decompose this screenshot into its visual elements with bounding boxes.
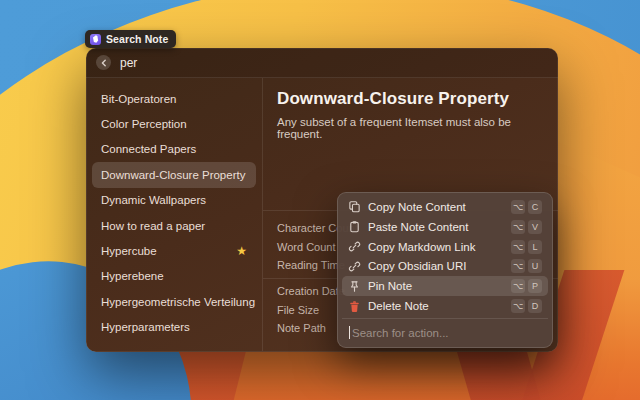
note-list-item[interactable]: How to read a paper: [92, 213, 256, 238]
shortcut-keys: ⌥ P: [511, 279, 542, 293]
menu-item-copy-obsidian-uri[interactable]: Copy Obsidian URI ⌥ U: [342, 256, 548, 276]
letter-key: D: [528, 299, 542, 313]
trash-icon: [348, 300, 361, 313]
menu-item-copy-note-content[interactable]: Copy Note Content ⌥ C: [342, 197, 548, 217]
shortcut-keys: ⌥ L: [511, 240, 542, 254]
star-icon: ★: [236, 245, 247, 257]
note-list-item[interactable]: Bit-Operatoren: [92, 86, 256, 111]
note-summary: Any subset of a frequent Itemset must al…: [277, 116, 544, 140]
note-item-label: Hypergeometrische Verteilung: [101, 296, 255, 308]
modifier-key: ⌥: [511, 279, 525, 293]
modifier-key: ⌥: [511, 220, 525, 234]
action-menu: Copy Note Content ⌥ C Paste Note Content…: [337, 192, 553, 348]
shortcut-keys: ⌥ D: [511, 299, 542, 313]
note-list: Bit-Operatoren Color Perception Connecte…: [86, 78, 262, 351]
shortcut-keys: ⌥ U: [511, 259, 542, 273]
note-list-item[interactable]: Hyperparameters: [92, 315, 256, 340]
text-cursor: [349, 326, 350, 339]
note-item-label: Connected Papers: [101, 143, 196, 155]
desktop-wallpaper: Search Note per Bit-Operatoren Color Per…: [0, 0, 640, 400]
letter-key: L: [528, 240, 542, 254]
note-item-label: Downward-Closure Property: [101, 169, 245, 181]
note-list-item[interactable]: Hyperebene: [92, 264, 256, 289]
menu-item-pin-note[interactable]: Pin Note ⌥ P: [342, 276, 548, 296]
menu-item-copy-markdown-link[interactable]: Copy Markdown Link ⌥ L: [342, 237, 548, 257]
search-bar: per: [86, 48, 558, 78]
note-list-item-selected[interactable]: Downward-Closure Property: [92, 162, 256, 187]
note-item-label: Hypercube: [101, 245, 157, 257]
shortcut-keys: ⌥ C: [511, 200, 542, 214]
copy-icon: [348, 200, 361, 213]
clipboard-icon: [348, 220, 361, 233]
letter-key: U: [528, 259, 542, 273]
modifier-key: ⌥: [511, 200, 525, 214]
note-list-item[interactable]: Dynamic Wallpapers: [92, 188, 256, 213]
note-list-item[interactable]: Hypercube★: [92, 238, 256, 263]
note-item-label: Hyperparameters: [101, 321, 190, 333]
chevron-left-icon: [100, 59, 108, 67]
obsidian-logo-icon: [90, 34, 101, 45]
menu-item-label: Paste Note Content: [368, 221, 468, 233]
modifier-key: ⌥: [511, 299, 525, 313]
menu-item-label: Copy Obsidian URI: [368, 260, 466, 272]
menu-item-label: Copy Note Content: [368, 201, 466, 213]
modifier-key: ⌥: [511, 240, 525, 254]
pin-icon: [348, 280, 361, 293]
modifier-key: ⌥: [511, 259, 525, 273]
action-search-placeholder: Search for action...: [352, 327, 449, 339]
search-input[interactable]: per: [120, 56, 137, 70]
menu-item-delete-note[interactable]: Delete Note ⌥ D: [342, 296, 548, 316]
note-item-label: Dynamic Wallpapers: [101, 194, 206, 206]
back-button[interactable]: [96, 55, 111, 70]
letter-key: V: [528, 220, 542, 234]
menu-item-label: Copy Markdown Link: [368, 241, 475, 253]
menu-item-paste-note-content[interactable]: Paste Note Content ⌥ V: [342, 217, 548, 237]
note-list-item[interactable]: Connected Papers: [92, 137, 256, 162]
shortcut-keys: ⌥ V: [511, 220, 542, 234]
letter-key: P: [528, 279, 542, 293]
note-title: Downward-Closure Property: [277, 89, 544, 109]
command-tooltip-label: Search Note: [106, 33, 168, 45]
link-icon: [348, 260, 361, 273]
note-list-item[interactable]: Color Perception: [92, 111, 256, 136]
note-item-label: Color Perception: [101, 118, 187, 130]
menu-item-label: Delete Note: [368, 300, 429, 312]
link-icon: [348, 240, 361, 253]
note-item-label: How to read a paper: [101, 220, 205, 232]
action-search-input[interactable]: Search for action...: [342, 319, 548, 347]
note-item-label: Bit-Operatoren: [101, 93, 176, 105]
note-list-item[interactable]: Hypergeometrische Verteilung: [92, 289, 256, 314]
command-tooltip: Search Note: [85, 30, 176, 48]
letter-key: C: [528, 200, 542, 214]
note-item-label: Hyperebene: [101, 270, 164, 282]
menu-item-label: Pin Note: [368, 280, 412, 292]
